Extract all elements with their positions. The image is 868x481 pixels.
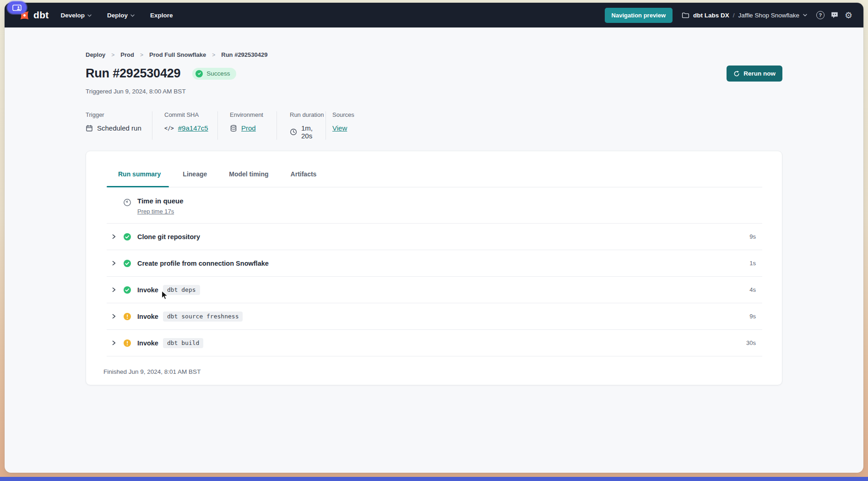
- feedback-chat-icon[interactable]: [830, 11, 839, 19]
- step-row[interactable]: Create profile from connection Snowflake…: [107, 250, 762, 277]
- success-check-icon: [195, 70, 203, 77]
- tab-artifacts[interactable]: Artifacts: [290, 167, 318, 187]
- chevron-right-icon[interactable]: [111, 287, 117, 293]
- run-summary-card: Run summaryLineageModel timingArtifacts …: [86, 151, 782, 385]
- clock-icon: [290, 128, 297, 136]
- status-warning-icon: [123, 339, 131, 347]
- breadcrumb-separator-icon: >: [212, 52, 215, 58]
- step-row[interactable]: Invoke dbt build 30s: [107, 330, 762, 356]
- time-in-queue-row: Time in queue Prep time 17s: [107, 187, 762, 224]
- screen-share-icon: [12, 5, 22, 11]
- step-duration: 9s: [749, 233, 756, 240]
- folder-icon: [682, 11, 689, 19]
- nav-item-deploy[interactable]: Deploy: [107, 12, 135, 19]
- code-icon: </>: [164, 125, 174, 131]
- breadcrumb-separator-icon: >: [111, 52, 114, 58]
- meta-column: Commit SHA </> #9a147c5: [152, 111, 217, 140]
- breadcrumb-item[interactable]: Prod: [120, 51, 134, 58]
- run-meta-row: Trigger Scheduled run Commit SHA </> #9a…: [86, 111, 782, 140]
- meta-label: Run duration: [290, 111, 326, 118]
- step-duration: 30s: [746, 339, 756, 346]
- database-icon: [230, 125, 237, 132]
- queue-clock-icon: [123, 198, 131, 207]
- step-row[interactable]: Invoke dbt source freshness 9s: [107, 303, 762, 330]
- step-label: Clone git repository: [137, 233, 200, 240]
- status-warning-icon: [123, 312, 131, 321]
- step-label: Invoke: [137, 339, 158, 347]
- meta-label: Environment: [230, 111, 277, 118]
- step-row[interactable]: Clone git repository 9s: [107, 224, 762, 250]
- breadcrumb-item[interactable]: Deploy: [86, 51, 105, 58]
- step-command: dbt source freshness: [163, 312, 243, 322]
- rerun-now-button[interactable]: Rerun now: [727, 66, 782, 82]
- meta-label: Trigger: [86, 111, 152, 118]
- tab-lineage[interactable]: Lineage: [182, 167, 208, 187]
- meta-column: Environment Prod: [217, 111, 277, 140]
- navigation-preview-button[interactable]: Navigation preview: [605, 8, 673, 23]
- chevron-right-icon[interactable]: [111, 340, 117, 346]
- browser-extension-badge[interactable]: [7, 1, 27, 14]
- meta-link[interactable]: Prod: [241, 124, 256, 132]
- chevron-right-icon[interactable]: [111, 313, 117, 319]
- nav-item-develop[interactable]: Develop: [61, 12, 92, 19]
- prep-time-link[interactable]: Prep time 17s: [137, 208, 174, 215]
- calendar-icon: [86, 125, 93, 132]
- step-duration: 9s: [749, 313, 756, 320]
- status-badge: Success: [192, 68, 236, 80]
- run-detail-page: Deploy>Prod>Prod Full Snowflake>Run #292…: [86, 27, 782, 385]
- step-label: Invoke: [137, 313, 158, 320]
- step-duration: 1s: [749, 260, 756, 267]
- app-window: dbt Develop Deploy Explore Navigation pr…: [5, 3, 863, 473]
- bottom-desktop-strip: [0, 477, 868, 481]
- dbt-logo-text: dbt: [33, 10, 49, 21]
- step-label: Invoke: [137, 286, 158, 294]
- step-list: Clone git repository 9s Create profile f…: [107, 224, 762, 356]
- meta-label: Sources: [332, 111, 354, 118]
- chevron-right-icon[interactable]: [111, 234, 117, 240]
- project-name: Jaffle Shop Snowflake: [738, 12, 799, 19]
- chevron-down-icon: [803, 14, 807, 16]
- step-command: dbt deps: [163, 285, 200, 295]
- meta-label: Commit SHA: [164, 111, 217, 118]
- gear-icon[interactable]: ⚙: [845, 11, 852, 20]
- chevron-right-icon[interactable]: [111, 260, 117, 266]
- status-success-icon: [123, 233, 131, 241]
- finished-timestamp: Finished Jun 9, 2024, 8:01 AM BST: [103, 356, 762, 375]
- meta-column: Trigger Scheduled run: [86, 111, 152, 140]
- nav-item-explore[interactable]: Explore: [150, 12, 173, 19]
- help-icon[interactable]: ?: [816, 11, 825, 19]
- status-success-icon: [123, 286, 131, 294]
- step-command: dbt build: [163, 338, 203, 348]
- top-navigation-bar: dbt Develop Deploy Explore Navigation pr…: [5, 3, 863, 27]
- tab-run-summary[interactable]: Run summary: [117, 167, 162, 187]
- meta-value: 1m, 20s: [301, 124, 326, 140]
- queue-title: Time in queue: [137, 197, 184, 205]
- step-duration: 4s: [749, 286, 756, 293]
- main-nav: Develop Deploy Explore: [61, 12, 173, 19]
- page-title: Run #292530429: [86, 66, 180, 81]
- account-project-switcher[interactable]: dbt Labs DX / Jaffle Shop Snowflake: [682, 11, 807, 19]
- tab-model-timing[interactable]: Model timing: [228, 167, 269, 187]
- meta-column: Run duration 1m, 20s: [277, 111, 326, 140]
- meta-link[interactable]: #9a147c5: [178, 124, 208, 132]
- meta-column: Sources View: [326, 111, 354, 140]
- breadcrumb-separator-icon: >: [140, 52, 143, 58]
- meta-value: Scheduled run: [97, 124, 141, 132]
- breadcrumb-item[interactable]: Run #292530429: [221, 51, 267, 58]
- tab-bar: Run summaryLineageModel timingArtifacts: [107, 167, 762, 187]
- breadcrumb: Deploy>Prod>Prod Full Snowflake>Run #292…: [86, 27, 782, 58]
- step-label: Create profile from connection Snowflake: [137, 260, 269, 267]
- meta-link[interactable]: View: [332, 124, 347, 132]
- status-badge-label: Success: [206, 70, 230, 77]
- account-separator: /: [733, 12, 735, 19]
- breadcrumb-item[interactable]: Prod Full Snowflake: [149, 51, 206, 58]
- rerun-icon: [733, 71, 740, 77]
- status-success-icon: [123, 259, 131, 268]
- triggered-timestamp: Triggered Jun 9, 2024, 8:00 AM BST: [86, 88, 782, 95]
- step-row[interactable]: Invoke dbt deps 4s: [107, 277, 762, 303]
- account-name: dbt Labs DX: [693, 12, 729, 19]
